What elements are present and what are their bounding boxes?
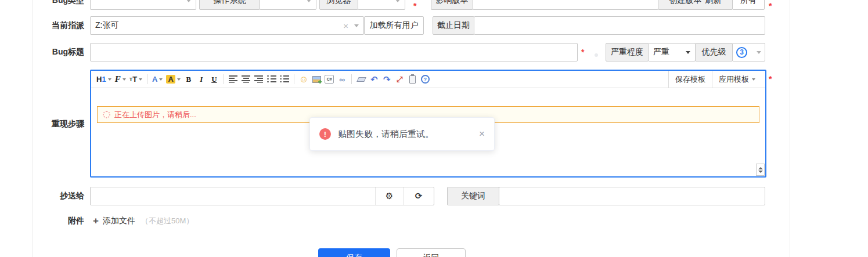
add-file-control[interactable]: + 添加文件 （不超过50M） xyxy=(93,213,193,229)
error-icon: ! xyxy=(319,128,331,140)
align-left-icon[interactable] xyxy=(228,73,239,86)
ordered-list-icon[interactable] xyxy=(266,73,278,86)
chevron-down-icon xyxy=(395,0,400,2)
font-size-icon[interactable]: TT xyxy=(128,73,143,86)
form-card-right-border xyxy=(790,0,790,257)
priority-addon-label: 优先级 xyxy=(695,43,733,61)
version-actions-group: 创建版本 刷新 xyxy=(658,0,733,10)
error-toast: ! 贴图失败，请稍后重试。 × xyxy=(309,117,495,151)
save-button[interactable]: 保存 xyxy=(318,248,390,257)
assignee-value: Z:张可 xyxy=(95,20,343,31)
affected-version-addon-label: 影响版本 xyxy=(431,0,473,10)
highlight-color-icon[interactable]: A xyxy=(165,73,181,86)
assignee-select[interactable]: Z:张可 × xyxy=(90,16,364,35)
os-addon-label: 操作系统 xyxy=(199,0,260,10)
file-size-limit: （不超过50M） xyxy=(141,216,193,226)
severity-select[interactable]: 严重 xyxy=(648,43,696,61)
text-color-icon[interactable]: A xyxy=(151,73,164,86)
toolbar-separator xyxy=(147,74,147,84)
plus-icon: + xyxy=(93,215,99,227)
back-button[interactable]: 返回 xyxy=(397,248,466,257)
assignee-label: 当前指派 xyxy=(32,16,84,35)
chevron-down-icon xyxy=(186,0,191,2)
clear-icon[interactable]: × xyxy=(343,21,348,31)
bug-type-label: Bug类型 xyxy=(32,0,84,10)
toolbar-separator xyxy=(294,74,294,84)
gear-icon: ⚙ xyxy=(386,191,393,201)
priority-select[interactable]: 3 xyxy=(732,43,765,61)
help-icon[interactable]: ? xyxy=(419,73,431,86)
load-all-users-button[interactable]: 加载所有用户 xyxy=(364,16,424,35)
insert-image-icon[interactable] xyxy=(311,73,322,86)
underline-icon[interactable]: U xyxy=(208,73,220,86)
chevron-down-icon[interactable] xyxy=(354,24,359,27)
bug-type-select[interactable] xyxy=(90,0,196,10)
required-asterisk: * xyxy=(581,48,584,57)
align-right-icon[interactable] xyxy=(253,73,265,86)
deadline-input[interactable] xyxy=(474,16,765,35)
browser-select[interactable] xyxy=(358,0,405,10)
attachment-label: 附件 xyxy=(32,213,84,229)
link-icon[interactable]: ∞ xyxy=(336,73,348,86)
cc-input[interactable]: ⚙ ⟳ xyxy=(90,187,434,205)
redo-icon[interactable]: ↷ xyxy=(381,73,392,86)
severity-value: 严重 xyxy=(653,47,686,57)
upload-notice-text: 正在上传图片，请稍后... xyxy=(114,110,196,120)
priority-badge: 3 xyxy=(736,47,747,58)
chevron-down-icon xyxy=(757,51,761,54)
apply-template-button[interactable]: 应用模板 xyxy=(712,71,762,88)
required-asterisk: * xyxy=(769,1,772,10)
all-versions-button[interactable]: 所有 xyxy=(732,0,765,10)
unordered-list-icon[interactable] xyxy=(279,73,290,86)
remove-format-icon[interactable] xyxy=(355,73,367,86)
cc-label: 抄送给 xyxy=(32,187,84,205)
keyword-addon-label: 关键词 xyxy=(447,187,499,205)
toast-message: 贴图失败，请稍后重试。 xyxy=(338,129,479,140)
add-file-button[interactable]: 添加文件 xyxy=(103,216,135,226)
save-template-button[interactable]: 保存模板 xyxy=(668,71,712,88)
bug-title-input[interactable] xyxy=(90,43,578,61)
os-select[interactable] xyxy=(260,0,316,10)
align-center-icon[interactable] xyxy=(240,73,252,86)
heading-icon[interactable]: H1 xyxy=(95,73,113,86)
undo-icon[interactable]: ↶ xyxy=(368,73,380,86)
emoticon-icon[interactable]: ☺ xyxy=(298,73,309,86)
browser-addon-label: 浏览器 xyxy=(319,0,358,10)
editor-resize-handle[interactable] xyxy=(756,164,765,176)
italic-icon[interactable]: I xyxy=(196,73,207,86)
required-asterisk: * xyxy=(769,74,772,84)
chevron-down-icon xyxy=(686,51,690,54)
toolbar-separator xyxy=(351,74,352,84)
bold-icon[interactable]: B xyxy=(183,73,195,86)
template-buttons: 保存模板 应用模板 xyxy=(668,71,762,88)
severity-addon-label: 严重程度 xyxy=(606,43,649,61)
chevron-down-icon xyxy=(307,0,311,2)
keyword-input[interactable] xyxy=(499,187,765,205)
toolbar-separator xyxy=(224,74,224,84)
deadline-addon-label: 截止日期 xyxy=(433,16,474,35)
refresh-versions-button[interactable]: 刷新 xyxy=(705,0,722,6)
editor-toolbar: H1 F TT A A B I U ☺ C# ∞ ↶ ↷ ⤢ ? 保存模板 应用… xyxy=(91,71,765,88)
create-build-button[interactable]: 创建版本 xyxy=(669,0,702,6)
cc-refresh-cell[interactable]: ⟳ xyxy=(403,187,434,205)
refresh-icon: ⟳ xyxy=(415,191,423,201)
close-icon[interactable]: × xyxy=(479,128,485,140)
bug-title-label: Bug标题 xyxy=(32,43,84,61)
affected-version-input[interactable] xyxy=(473,0,658,10)
code-icon[interactable]: C# xyxy=(323,73,335,86)
spinner-icon xyxy=(103,111,110,118)
font-family-icon[interactable]: F xyxy=(114,73,127,86)
cc-settings-cell[interactable]: ⚙ xyxy=(375,187,403,205)
required-asterisk: * xyxy=(413,1,416,10)
fullscreen-icon[interactable]: ⤢ xyxy=(394,73,405,86)
paste-source-icon[interactable] xyxy=(406,73,418,86)
repro-steps-label: 重现步骤 xyxy=(32,115,84,133)
